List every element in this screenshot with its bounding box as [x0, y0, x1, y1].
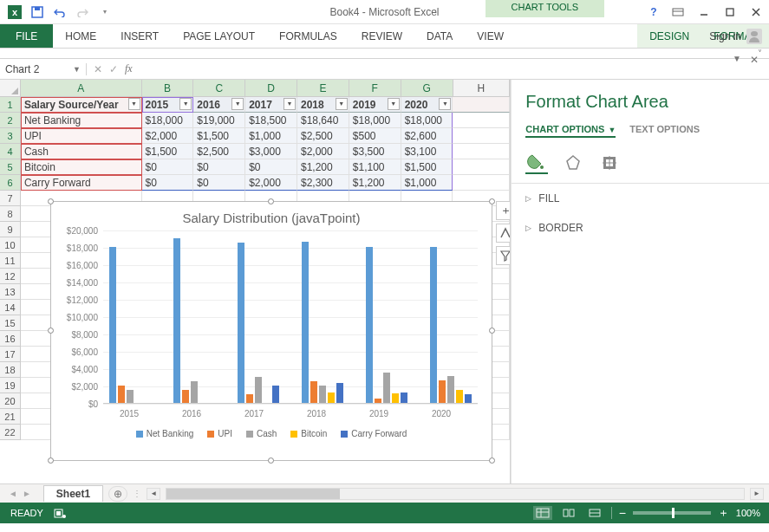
cell[interactable]: $18,640: [297, 113, 349, 128]
cell[interactable]: Carry Forward: [21, 175, 142, 191]
filter-dropdown-icon[interactable]: ▼: [439, 98, 451, 110]
chart-bar[interactable]: [173, 238, 180, 403]
chart-bar[interactable]: [328, 393, 335, 403]
fill-line-icon[interactable]: [525, 152, 548, 174]
cell[interactable]: $3,100: [401, 144, 453, 159]
tab-home[interactable]: HOME: [53, 24, 108, 48]
chart-bar[interactable]: [191, 381, 198, 403]
row-header[interactable]: 13: [0, 284, 21, 300]
chart-bar[interactable]: [456, 390, 463, 403]
sheet-prev-icon[interactable]: ◄: [9, 489, 17, 498]
hscroll-right-icon[interactable]: ►: [750, 488, 764, 500]
cell[interactable]: Cash: [21, 144, 142, 159]
size-properties-icon[interactable]: [598, 152, 621, 174]
chart-bar[interactable]: [272, 386, 279, 403]
filter-dropdown-icon[interactable]: ▼: [128, 98, 140, 110]
cell[interactable]: 2017▼: [245, 97, 297, 113]
cell[interactable]: $19,000: [193, 113, 245, 128]
cell[interactable]: $500: [349, 128, 401, 144]
col-header-g[interactable]: G: [401, 80, 453, 96]
chart-bar[interactable]: [118, 386, 125, 403]
chart-bar[interactable]: [439, 380, 446, 403]
row-header[interactable]: 18: [0, 362, 21, 378]
cell[interactable]: $3,000: [245, 144, 297, 159]
cell[interactable]: $2,000: [142, 128, 194, 144]
pane-tab-text-options[interactable]: TEXT OPTIONS: [629, 124, 700, 138]
chart-bar[interactable]: [182, 390, 189, 403]
filter-dropdown-icon[interactable]: ▼: [179, 98, 192, 110]
cell[interactable]: Salary Source/Year▼: [21, 97, 142, 113]
chart-bar[interactable]: [255, 377, 262, 403]
chart-styles-button[interactable]: [496, 224, 511, 243]
horizontal-scrollbar[interactable]: [166, 488, 745, 500]
cell[interactable]: [453, 144, 510, 159]
cell[interactable]: $0: [142, 175, 194, 191]
cell[interactable]: $2,600: [401, 128, 453, 144]
row-header[interactable]: 20: [0, 393, 21, 409]
pane-section-fill[interactable]: ▷FILL: [512, 184, 769, 213]
cell[interactable]: 2019▼: [349, 97, 401, 113]
cell[interactable]: $2,000: [245, 175, 297, 191]
chart-bar[interactable]: [109, 247, 116, 403]
chart-bar[interactable]: [127, 390, 134, 403]
cell[interactable]: $1,500: [193, 128, 245, 144]
chart-bar[interactable]: [336, 383, 343, 403]
col-header-h[interactable]: H: [453, 80, 511, 96]
chart-bar[interactable]: [238, 243, 244, 403]
macro-record-icon[interactable]: [54, 507, 66, 519]
col-header-e[interactable]: E: [297, 80, 349, 96]
row-header[interactable]: 11: [0, 253, 21, 269]
ribbon-display-icon[interactable]: [665, 0, 691, 24]
view-page-break-icon[interactable]: [585, 506, 604, 520]
row-header[interactable]: 9: [0, 222, 21, 237]
cell[interactable]: $1,500: [401, 159, 453, 175]
chart-bar[interactable]: [319, 386, 326, 403]
cell[interactable]: [453, 175, 510, 191]
cell[interactable]: 2020▼: [401, 97, 453, 113]
cell[interactable]: $0: [193, 175, 245, 191]
view-normal-icon[interactable]: [533, 506, 552, 520]
row-header[interactable]: 10: [0, 237, 21, 253]
chart-bar[interactable]: [366, 247, 373, 403]
excel-icon[interactable]: x: [5, 3, 24, 22]
chart-bar-group[interactable]: [231, 243, 285, 403]
row-header[interactable]: 6: [0, 175, 21, 191]
row-header[interactable]: 14: [0, 300, 21, 315]
cell[interactable]: [453, 159, 510, 175]
row-header[interactable]: 1: [0, 97, 21, 113]
cell[interactable]: Bitcoin: [21, 159, 142, 175]
chart-bar-group[interactable]: [424, 247, 478, 403]
tab-view[interactable]: VIEW: [465, 24, 516, 48]
col-header-a[interactable]: A: [21, 80, 142, 96]
row-header[interactable]: 5: [0, 159, 21, 175]
row-header[interactable]: 16: [0, 331, 21, 347]
chart-bar-group[interactable]: [167, 238, 221, 403]
cell[interactable]: $2,500: [193, 144, 245, 159]
chart-bar[interactable]: [465, 394, 472, 403]
new-sheet-button[interactable]: ⊕: [108, 486, 127, 502]
cell[interactable]: $18,500: [245, 113, 297, 128]
cell[interactable]: 2015▼: [142, 97, 194, 113]
tab-data[interactable]: DATA: [414, 24, 465, 48]
cell[interactable]: $1,500: [142, 144, 194, 159]
tab-design[interactable]: DESIGN: [637, 24, 701, 48]
chart-bar[interactable]: [383, 373, 390, 403]
legend-item[interactable]: Net Banking: [136, 429, 193, 438]
cell[interactable]: $1,200: [349, 175, 401, 191]
sign-in-link[interactable]: Sign in: [709, 24, 762, 49]
cell[interactable]: [453, 113, 510, 128]
cell[interactable]: $18,000: [401, 113, 453, 128]
embedded-chart[interactable]: Salary Distribution (javaTpoint) $0$2,00…: [50, 201, 492, 461]
qat-customize-icon[interactable]: ▾: [95, 3, 114, 22]
hscroll-left-icon[interactable]: ◄: [147, 488, 160, 500]
row-header[interactable]: 2: [0, 113, 21, 128]
pane-tab-chart-options[interactable]: CHART OPTIONS▼: [525, 124, 616, 138]
redo-icon[interactable]: [73, 3, 92, 22]
sheet-next-icon[interactable]: ►: [23, 489, 31, 498]
chart-legend[interactable]: Net BankingUPICashBitcoinCarry Forward: [51, 429, 492, 438]
zoom-level[interactable]: 100%: [736, 508, 760, 518]
tab-insert[interactable]: INSERT: [108, 24, 171, 48]
chart-bar[interactable]: [447, 376, 454, 403]
cell[interactable]: 2016▼: [193, 97, 245, 113]
cell[interactable]: $1,000: [401, 175, 453, 191]
